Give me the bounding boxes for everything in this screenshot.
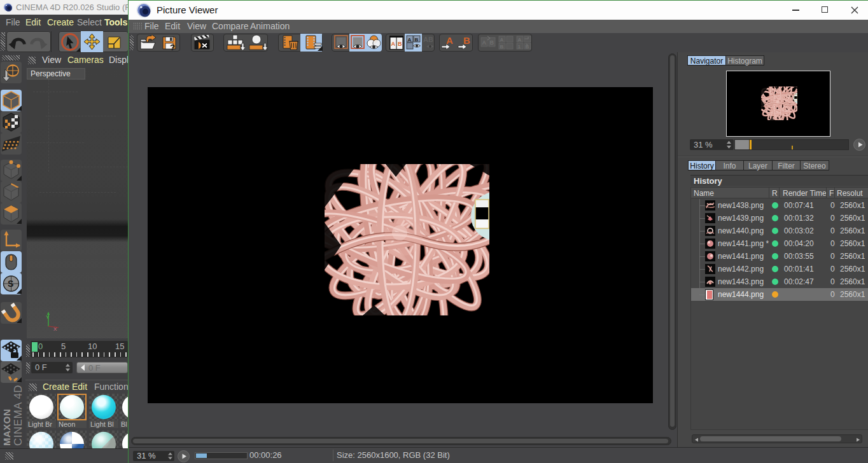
svg-text:A: A xyxy=(391,41,396,47)
svg-text:AB: AB xyxy=(423,36,433,43)
svg-text:A: A xyxy=(482,39,487,46)
svg-text:A: A xyxy=(500,37,504,43)
svg-text:B: B xyxy=(415,37,419,43)
svg-text:1: 1 xyxy=(518,44,521,50)
svg-text:A: A xyxy=(446,35,453,46)
svg-text:B: B xyxy=(500,44,504,50)
svg-text:?: ? xyxy=(170,43,175,51)
svg-text:A: A xyxy=(408,37,412,43)
svg-text:Y: Y xyxy=(46,314,50,320)
svg-text:B: B xyxy=(490,39,494,46)
svg-text:B: B xyxy=(398,41,402,47)
svg-text:X: X xyxy=(53,326,57,331)
svg-text:B: B xyxy=(463,35,470,46)
svg-text:S: S xyxy=(8,279,13,289)
svg-text:A: A xyxy=(518,37,522,43)
